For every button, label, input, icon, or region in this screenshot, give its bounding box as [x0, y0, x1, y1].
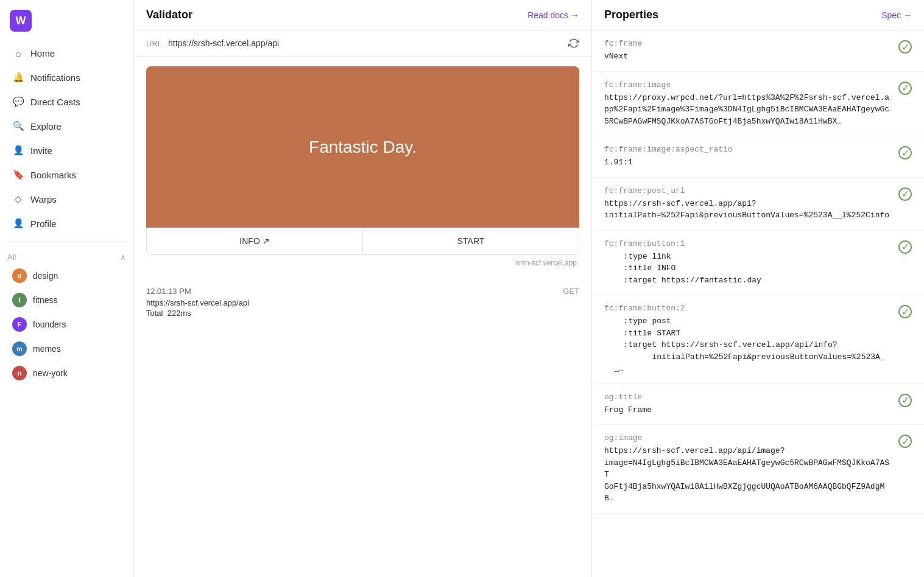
collapse-icon[interactable]: ∧ [120, 253, 126, 262]
property-fc-frame: fc:frame vNext ✓ [592, 30, 924, 72]
property-value-fc-frame-post-url: https://srsh-scf.vercel.app/api?initialP… [604, 198, 891, 222]
frame-buttons: INFO ↗ START [146, 228, 579, 255]
log-timestamp: 12:01:13 PM [146, 287, 249, 296]
property-fc-frame-post-url: fc:frame:post_url https://srsh-scf.verce… [592, 178, 924, 231]
property-key-og-image: og:image [604, 433, 891, 442]
sidebar-item-invite[interactable]: 👤 Invite [5, 139, 129, 162]
property-og-image: og:image https://srsh-scf.vercel.app/api… [592, 425, 924, 514]
frame-image-text: Fantastic Day. [309, 138, 417, 157]
app-logo[interactable]: W [10, 10, 32, 32]
sidebar-item-direct-casts[interactable]: 💬 Direct Casts [5, 90, 129, 113]
valid-icon-og-image: ✓ [898, 435, 912, 448]
properties-title: Properties [604, 9, 658, 21]
sidebar-label-notifications: Notifications [30, 72, 80, 83]
properties-header: Properties Spec → [592, 0, 924, 30]
property-value-fc-frame-image-ratio: 1.91:1 [604, 156, 891, 169]
sidebar: W ⌂ Home 🔔 Notifications 💬 Direct Casts … [0, 0, 134, 577]
diamond-icon: ◇ [12, 193, 24, 205]
log-total-label: Total [146, 309, 163, 318]
property-fc-frame-button-1-content: fc:frame:button:1 :type link :title INFO… [604, 239, 891, 287]
channel-label-memes: memes [33, 344, 61, 354]
sidebar-item-warps[interactable]: ◇ Warps [5, 187, 129, 211]
frame-image: Fantastic Day. [146, 66, 579, 228]
validator-title: Validator [146, 9, 192, 21]
property-fc-frame-button-1: fc:frame:button:1 :type link :title INFO… [592, 231, 924, 296]
property-key-fc-frame-button-1: fc:frame:button:1 [604, 239, 891, 248]
valid-icon-fc-frame-image-ratio: ✓ [898, 146, 912, 159]
refresh-button[interactable] [568, 38, 579, 49]
valid-icon-fc-frame-button-1: ✓ [898, 240, 912, 254]
log-method: GET [563, 287, 579, 296]
property-og-title-content: og:title Frog Frame [604, 393, 891, 416]
content-area: Validator Read docs → URL Fantastic Day. [134, 0, 924, 577]
property-fc-frame-button-2-content: fc:frame:button:2 :type post :title STAR… [604, 304, 891, 375]
channel-label-new-york: new-york [33, 368, 68, 378]
section-all-label: All [7, 253, 16, 262]
property-og-title: og:title Frog Frame ✓ [592, 384, 924, 425]
sidebar-label-direct-casts: Direct Casts [30, 97, 80, 107]
property-key-fc-frame-image-ratio: fc:frame:image:aspect_ratio [604, 145, 891, 154]
property-key-fc-frame-button-2: fc:frame:button:2 [604, 304, 891, 313]
url-label: URL [146, 39, 162, 48]
spec-link[interactable]: Spec → [881, 10, 912, 20]
property-key-fc-frame-image: fc:frame:image [604, 80, 891, 89]
log-total-value: 222ms [168, 309, 191, 318]
frame-preview: Fantastic Day. INFO ↗ START srsh-scf.ver… [134, 57, 591, 277]
sidebar-item-bookmarks[interactable]: 🔖 Bookmarks [5, 163, 129, 186]
sidebar-channel-fitness[interactable]: f fitness [5, 288, 129, 312]
property-fc-frame-content: fc:frame vNext [604, 39, 891, 63]
property-fc-frame-post-url-content: fc:frame:post_url https://srsh-scf.verce… [604, 186, 891, 222]
read-docs-link[interactable]: Read docs → [527, 10, 579, 20]
sidebar-divider [7, 241, 126, 242]
validator-header: Validator Read docs → [134, 0, 591, 30]
property-key-og-title: og:title [604, 393, 891, 402]
sidebar-section-all: All ∧ [0, 248, 133, 264]
url-bar: URL [134, 30, 591, 57]
sidebar-label-explore: Explore [30, 121, 62, 131]
property-fc-frame-image-ratio: fc:frame:image:aspect_ratio 1.91:1 ✓ [592, 136, 924, 178]
property-value-fc-frame-button-1: :type link :title INFO :target https://f… [604, 251, 891, 287]
valid-icon-fc-frame-image: ✓ [898, 82, 912, 95]
channel-avatar-memes: m [12, 341, 27, 356]
property-fc-frame-button-2: fc:frame:button:2 :type post :title STAR… [592, 295, 924, 384]
search-icon: 🔍 [12, 120, 24, 132]
property-value-fc-frame-image: https://proxy.wrpcd.net/?url=https%3A%2F… [604, 92, 891, 128]
frame-button-info[interactable]: INFO ↗ [147, 228, 363, 254]
channel-label-design: design [33, 271, 58, 281]
sidebar-channel-founders[interactable]: F founders [5, 313, 129, 336]
sidebar-channel-new-york[interactable]: n new-york [5, 362, 129, 385]
property-value-og-title: Frog Frame [604, 404, 891, 416]
validator-panel: Validator Read docs → URL Fantastic Day. [134, 0, 592, 577]
property-fc-frame-image: fc:frame:image https://proxy.wrpcd.net/?… [592, 72, 924, 137]
sidebar-label-bookmarks: Bookmarks [30, 170, 76, 180]
frame-button-start[interactable]: START [363, 228, 579, 254]
profile-icon: 👤 [12, 217, 24, 229]
property-value-fc-frame-button-2: :type post :title START :target https://… [604, 315, 891, 375]
bookmark-icon: 🔖 [12, 169, 24, 181]
sidebar-nav: ⌂ Home 🔔 Notifications 💬 Direct Casts 🔍 … [0, 41, 133, 235]
property-fc-frame-image-ratio-content: fc:frame:image:aspect_ratio 1.91:1 [604, 145, 891, 169]
sidebar-channels: d design f fitness F founders m memes n [0, 264, 133, 385]
log-url: https://srsh-scf.vercel.app/api [146, 298, 249, 307]
sidebar-item-explore[interactable]: 🔍 Explore [5, 114, 129, 138]
bell-icon: 🔔 [12, 71, 24, 83]
valid-icon-og-title: ✓ [898, 394, 912, 407]
sidebar-item-profile[interactable]: 👤 Profile [5, 212, 129, 235]
valid-icon-fc-frame: ✓ [898, 40, 912, 54]
property-key-fc-frame: fc:frame [604, 39, 891, 48]
channel-label-founders: founders [33, 320, 66, 329]
channel-avatar-founders: F [12, 317, 27, 332]
user-plus-icon: 👤 [12, 144, 24, 156]
property-value-fc-frame: vNext [604, 51, 891, 63]
valid-icon-fc-frame-button-2: ✓ [898, 305, 912, 318]
url-input[interactable] [168, 38, 562, 48]
properties-panel: Properties Spec → fc:frame vNext ✓ fc:fr… [592, 0, 924, 577]
channel-avatar-new-york: n [12, 366, 27, 380]
sidebar-item-notifications[interactable]: 🔔 Notifications [5, 66, 129, 89]
sidebar-item-home[interactable]: ⌂ Home [5, 41, 129, 65]
sidebar-channel-memes[interactable]: m memes [5, 337, 129, 360]
frame-source: srsh-scf.vercel.app [146, 259, 579, 267]
main-content: Validator Read docs → URL Fantastic Day. [134, 0, 924, 577]
sidebar-channel-design[interactable]: d design [5, 264, 129, 287]
sidebar-label-profile: Profile [30, 219, 57, 229]
